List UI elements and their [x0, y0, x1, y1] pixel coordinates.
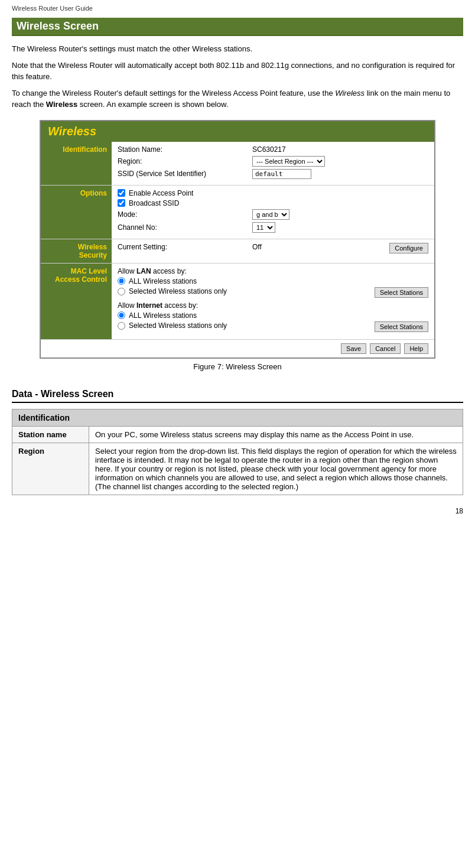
lan-radio-group: ALL Wireless stations Selected Wireless …: [118, 277, 428, 298]
broadcast-ssid-row: Broadcast SSID: [118, 199, 428, 207]
region-select[interactable]: --- Select Region ---: [252, 156, 325, 167]
broadcast-ssid-checkbox[interactable]: [118, 199, 125, 207]
channel-select[interactable]: 11: [252, 222, 275, 233]
options-content: Enable Access Point Broadcast SSID Mode:…: [112, 185, 434, 239]
mac-label-text: MAC LevelAccess Control: [55, 267, 107, 284]
identification-content: Station Name: SC630217 Region: --- Selec…: [112, 142, 434, 186]
identification-section: Identification Station Name: SC630217 Re…: [41, 142, 434, 186]
enable-ap-label: Enable Access Point: [129, 189, 193, 197]
internet-all-row: ALL Wireless stations: [118, 311, 428, 320]
wireless-security-content: Current Setting: Off Configure: [112, 239, 434, 263]
station-name-value: SC630217: [252, 145, 286, 154]
enable-ap-checkbox[interactable]: [118, 189, 125, 197]
mode-label: Mode:: [118, 210, 248, 219]
current-setting-row: Current Setting: Off: [118, 243, 262, 251]
lan-all-label: ALL Wireless stations: [129, 277, 197, 285]
internet-select-stations-button[interactable]: Select Stations: [375, 321, 428, 332]
mac-access-control-label: MAC LevelAccess Control: [41, 263, 112, 339]
region-data-label: Region: [12, 443, 89, 495]
help-button[interactable]: Help: [404, 343, 428, 354]
station-name-data-label: Station name: [12, 426, 89, 443]
lan-select-stations-button[interactable]: Select Stations: [375, 287, 428, 298]
section-title: Wireless Screen: [12, 18, 463, 36]
data-section-title: Data - Wireless Screen: [12, 389, 463, 403]
mac-access-control-content: Allow LAN access by: ALL Wireless statio…: [112, 263, 434, 339]
region-data-row: Region Select your region from the drop-…: [12, 443, 463, 495]
region-label: Region:: [118, 157, 248, 165]
lan-access-label: Allow LAN access by:: [118, 267, 428, 275]
internet-access-row: Allow Internet access by: ALL Wireless s…: [118, 301, 428, 332]
enable-ap-row: Enable Access Point: [118, 189, 428, 197]
lan-option-row-1: ALL Wireless stations Selected Wireless …: [118, 277, 428, 298]
station-name-row: Station Name: SC630217: [118, 145, 428, 154]
intro-para-1: The Wireless Router's settings must matc…: [12, 43, 463, 55]
cancel-button[interactable]: Cancel: [370, 343, 401, 354]
internet-access-label: Allow Internet access by:: [118, 301, 428, 310]
wireless-security-section: WirelessSecurity Current Setting: Off Co…: [41, 239, 434, 263]
wireless-screen-footer: Save Cancel Help: [41, 339, 434, 357]
ssid-row: SSID (Service Set Identifier): [118, 169, 428, 179]
wireless-security-label-text: WirelessSecurity: [78, 243, 107, 259]
wireless-link-text: Wireless: [335, 89, 365, 97]
mode-select[interactable]: g and b: [252, 209, 289, 220]
mac-access-control-section: MAC LevelAccess Control Allow LAN access…: [41, 263, 434, 339]
wireless-screen-container: Wireless Identification Station Name: SC…: [12, 120, 463, 379]
lan-all-row: ALL Wireless stations: [118, 277, 428, 285]
options-section: Options Enable Access Point Broadcast SS…: [41, 185, 434, 239]
page-number: 18: [12, 507, 463, 515]
configure-button[interactable]: Configure: [389, 243, 428, 253]
intro-para-3: To change the Wireless Router's default …: [12, 87, 463, 110]
intro-para-2: Note that the Wireless Router will autom…: [12, 60, 463, 83]
internet-selected-radio[interactable]: [118, 322, 125, 330]
station-name-data-content: On your PC, some Wireless status screens…: [89, 426, 463, 443]
internet-all-radio[interactable]: [118, 311, 125, 319]
current-setting-label: Current Setting:: [118, 243, 248, 251]
lan-all-radio[interactable]: [118, 277, 125, 285]
lan-access-row: Allow LAN access by: ALL Wireless statio…: [118, 267, 428, 298]
lan-selected-radio[interactable]: [118, 288, 125, 295]
internet-selected-row: Selected Wireless stations only: [118, 321, 227, 330]
data-table: Identification Station name On your PC, …: [12, 409, 463, 495]
ssid-input[interactable]: [252, 169, 311, 179]
current-setting-value: Off: [252, 243, 262, 251]
identification-header-row: Identification: [12, 409, 463, 426]
mode-row: Mode: g and b: [118, 209, 428, 220]
internet-selected-label: Selected Wireless stations only: [129, 321, 227, 330]
wireless-screen: Wireless Identification Station Name: SC…: [40, 120, 435, 359]
wireless-security-label: WirelessSecurity: [41, 239, 112, 263]
internet-radio-group: ALL Wireless stations Selected Wireless …: [118, 311, 428, 332]
region-data-content: Select your region from the drop-down li…: [89, 443, 463, 495]
wireless-screen-title: Wireless: [41, 121, 434, 142]
page-header: Wireless Router User Guide: [12, 5, 463, 12]
broadcast-ssid-label: Broadcast SSID: [129, 199, 179, 207]
station-name-data-row: Station name On your PC, some Wireless s…: [12, 426, 463, 443]
station-name-label: Station Name:: [118, 145, 248, 154]
ssid-label: SSID (Service Set Identifier): [118, 170, 248, 178]
options-label: Options: [41, 185, 112, 239]
wireless-bold-text: Wireless: [46, 100, 77, 109]
internet-option-row-1: ALL Wireless stations Selected Wireless …: [118, 311, 428, 332]
region-row: Region: --- Select Region ---: [118, 156, 428, 167]
identification-label: Identification: [41, 142, 112, 186]
channel-row: Channel No: 11: [118, 222, 428, 233]
wireless-settings-table: Identification Station Name: SC630217 Re…: [41, 142, 434, 339]
save-button[interactable]: Save: [341, 343, 366, 354]
figure-caption: Figure 7: Wireless Screen: [193, 362, 282, 371]
channel-label: Channel No:: [118, 223, 248, 232]
internet-all-label: ALL Wireless stations: [129, 311, 197, 320]
lan-selected-row: Selected Wireless stations only: [118, 287, 227, 295]
lan-selected-label: Selected Wireless stations only: [129, 287, 227, 295]
identification-section-header: Identification: [12, 409, 463, 426]
